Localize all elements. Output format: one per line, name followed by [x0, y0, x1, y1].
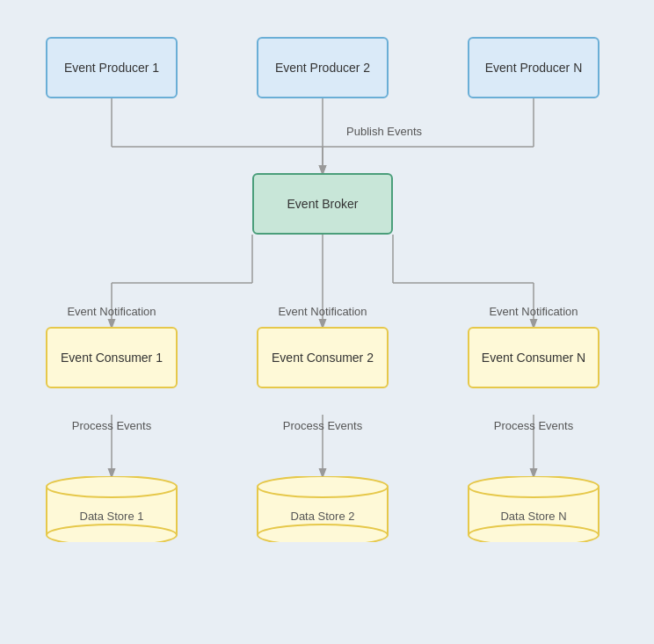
svg-point-24 — [469, 525, 599, 542]
process-label-1: Process Events — [46, 419, 178, 432]
consumer-box-1: Event Consumer 1 — [46, 327, 178, 388]
datastore-label-n: Data Store N — [468, 510, 600, 523]
producer-box-n: Event Producer N — [468, 37, 600, 98]
process-label-n: Process Events — [468, 419, 600, 432]
notification-label-2: Event Notification — [257, 305, 389, 318]
svg-point-20 — [258, 476, 388, 497]
producer-box-1: Event Producer 1 — [46, 37, 178, 98]
broker-box: Event Broker — [252, 173, 393, 235]
consumer-box-n: Event Consumer N — [468, 327, 600, 388]
producer-box-2: Event Producer 2 — [257, 37, 389, 98]
publish-events-label: Publish Events — [331, 125, 437, 138]
datastore-label-1: Data Store 1 — [46, 510, 178, 523]
svg-point-18 — [47, 525, 177, 542]
process-label-2: Process Events — [257, 419, 389, 432]
svg-point-23 — [469, 476, 599, 497]
svg-point-17 — [47, 476, 177, 497]
architecture-diagram: Publish Events Event Producer 1 Event Pr… — [11, 11, 643, 634]
datastore-label-2: Data Store 2 — [257, 510, 389, 523]
svg-point-21 — [258, 525, 388, 542]
notification-label-n: Event Notification — [468, 305, 600, 318]
consumer-box-2: Event Consumer 2 — [257, 327, 389, 388]
notification-label-1: Event Notification — [46, 305, 178, 318]
